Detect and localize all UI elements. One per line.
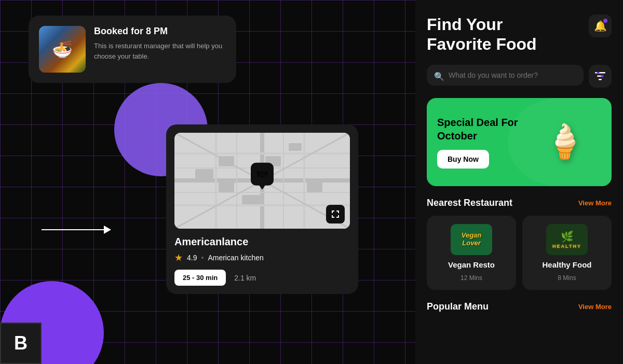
- search-wrapper: 🔍: [427, 65, 584, 88]
- vegan-resto-card[interactable]: VeganLover Vegan Resto 12 Mins: [427, 216, 516, 290]
- svg-rect-15: [219, 182, 234, 192]
- restaurant-info-row: 25 - 30 min 2.1 km: [174, 270, 350, 286]
- healthy-logo-text: HEALTHY: [552, 244, 581, 249]
- distance-label: 2.1 km: [234, 274, 256, 282]
- banner-image: 🍦: [529, 108, 601, 176]
- promo-banner: Special Deal For October Buy Now 🍦: [427, 98, 612, 186]
- main-title: Find Your Favorite Food: [427, 15, 589, 54]
- title-line1: Find Your: [427, 15, 503, 34]
- cuisine-type: American kitchen: [208, 254, 263, 262]
- healthy-logo: 🌿 HEALTHY: [546, 224, 588, 255]
- svg-point-23: [597, 72, 600, 74]
- map-container: 🍽: [174, 133, 350, 229]
- header-row: Find Your Favorite Food 🔔: [427, 15, 612, 54]
- map-pin: 🍽: [251, 162, 274, 185]
- leaf-icon: 🌿: [561, 230, 574, 243]
- notification-dot: [603, 19, 607, 23]
- star-icon: ★: [174, 252, 183, 263]
- restaurant-cards-container: VeganLover Vegan Resto 12 Mins 🌿 HEALTHY…: [427, 216, 612, 290]
- svg-point-24: [601, 75, 604, 77]
- booking-card: Booked for 8 PM This is resturant manage…: [29, 16, 236, 83]
- popular-view-more-button[interactable]: View More: [578, 303, 612, 311]
- nearest-section-header: Nearest Restaurant View More: [427, 198, 612, 208]
- svg-rect-22: [599, 79, 602, 80]
- arrow-line: [42, 229, 104, 230]
- notification-button[interactable]: 🔔: [589, 15, 612, 37]
- arrow-decoration: [42, 226, 111, 234]
- vegan-resto-name: Vegan Resto: [448, 260, 495, 269]
- nearest-section-title: Nearest Restaurant: [427, 198, 512, 208]
- search-row: 🔍: [427, 65, 612, 88]
- banner-text: Special Deal For October Buy Now: [437, 116, 529, 169]
- buy-now-button[interactable]: Buy Now: [437, 150, 489, 169]
- healthy-food-mins: 8 Mins: [558, 274, 576, 282]
- nearest-view-more-button[interactable]: View More: [578, 199, 612, 207]
- arrow-head: [104, 226, 111, 234]
- vegan-resto-mins: 12 Mins: [461, 274, 482, 282]
- b-logo: B: [0, 323, 42, 364]
- svg-rect-13: [219, 156, 234, 166]
- time-badge: 25 - 30 min: [174, 270, 226, 286]
- healthy-food-name: Healthy Food: [542, 260, 591, 269]
- dot-separator: •: [201, 254, 204, 262]
- food-placeholder: [39, 26, 86, 73]
- restaurant-name: Americanlance: [174, 236, 350, 248]
- booking-card-text: Booked for 8 PM This is resturant manage…: [94, 26, 226, 61]
- vegan-logo-text: VeganLover: [462, 232, 482, 247]
- booking-description: This is resturant manager that will help…: [94, 41, 226, 61]
- left-panel: Booked for 8 PM This is resturant manage…: [0, 0, 415, 364]
- booking-food-image: [39, 26, 86, 73]
- popular-section-title: Popular Menu: [427, 301, 489, 312]
- restaurant-rating-row: ★ 4.9 • American kitchen: [174, 252, 350, 263]
- svg-rect-19: [289, 143, 302, 151]
- svg-rect-17: [242, 195, 260, 204]
- booking-title: Booked for 8 PM: [94, 26, 226, 37]
- banner-title: Special Deal For October: [437, 116, 529, 143]
- map-card: 🍽 Americanlance ★ 4.9 • American kitchen…: [166, 124, 358, 294]
- svg-rect-20: [595, 72, 605, 74]
- vegan-logo: VeganLover: [451, 224, 492, 255]
- title-line2: Favorite Food: [427, 35, 537, 53]
- ice-cream-image: 🍦: [544, 122, 586, 161]
- popular-section-header: Popular Menu View More: [427, 301, 612, 312]
- right-panel: Find Your Favorite Food 🔔 🔍 Special Deal: [415, 0, 623, 364]
- search-input[interactable]: [427, 65, 584, 86]
- svg-rect-18: [195, 169, 213, 178]
- filter-button[interactable]: [589, 65, 612, 88]
- rating-value: 4.9: [187, 254, 197, 262]
- healthy-food-card[interactable]: 🌿 HEALTHY Healthy Food 8 Mins: [522, 216, 612, 290]
- svg-rect-16: [307, 182, 322, 192]
- expand-map-button[interactable]: [326, 205, 345, 223]
